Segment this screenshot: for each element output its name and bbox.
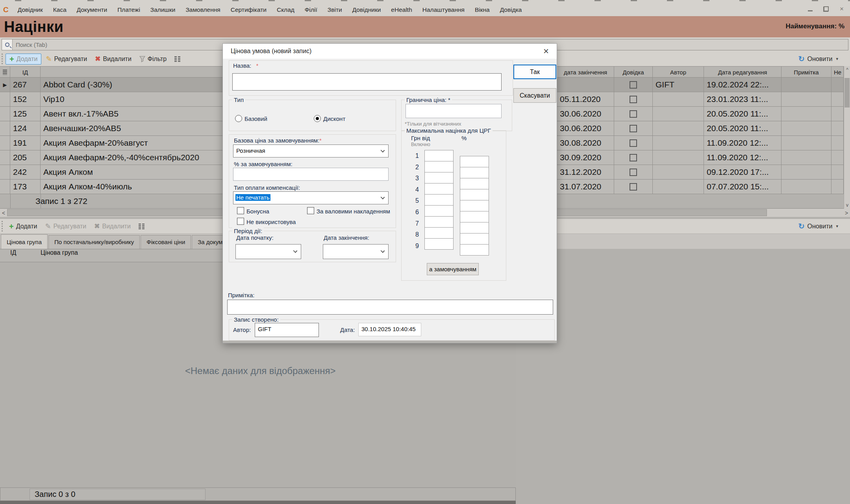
gross-checkbox-label: За валовими накладенням [317,208,395,215]
dovidka-checkbox[interactable] [630,154,637,161]
uah-input[interactable] [424,205,454,217]
uah-input[interactable] [424,150,454,161]
tab-fixed-prices[interactable]: Фіксовані ціни [141,235,191,249]
cancel-button[interactable]: Скасувати [513,88,556,103]
name-input[interactable] [232,73,502,91]
uah-input[interactable] [424,216,454,228]
row-indicator-header [0,249,10,262]
restore-button[interactable] [821,4,831,14]
name-label: Назва: * [233,62,258,69]
uah-input[interactable] [424,172,454,183]
menu-dovidnyky[interactable]: Довідники [347,5,386,15]
scroll-left-icon[interactable]: < [0,209,7,217]
menu-sertyfikaty[interactable]: Сертифікати [226,5,272,15]
delete-button[interactable]: ✖Видалити [91,53,135,65]
dovidka-checkbox[interactable] [630,139,637,147]
menu-ehealth[interactable]: eHealth [386,5,417,15]
column-header-group[interactable]: Цінова група [41,249,236,262]
refresh-button-top[interactable]: ↻Оновити▾ [798,54,838,63]
gross-checkbox[interactable] [307,207,314,214]
base-price-select[interactable]: Розничная [233,145,389,158]
radio-base[interactable] [235,115,242,122]
default-percent-input[interactable] [233,168,389,181]
percent-input[interactable] [460,178,489,189]
type-group: Тип Базовий Дисконт [229,100,396,131]
dovidka-checkbox[interactable] [630,183,637,191]
tab-price-group[interactable]: Цінова група [1,234,48,249]
column-header-id[interactable]: ІД [10,67,41,78]
uah-input[interactable] [424,183,454,195]
percent-input[interactable] [460,189,489,200]
percent-input[interactable] [460,222,489,233]
percent-input[interactable] [460,211,489,222]
filter-button[interactable]: Фільтр [136,54,170,64]
menu-bar: C Довідник Каса Документи Платежі Залишк… [0,3,850,16]
edit-button[interactable]: ✎Редагувати [42,53,91,65]
dovidka-checkbox[interactable] [630,169,637,176]
default-markup-button[interactable]: а замовчуванням [427,263,479,275]
ok-button[interactable]: Так [513,65,556,79]
compensation-select[interactable]: Не печатать [233,191,389,204]
sort-field-label: Найменування: % [785,22,844,30]
author-input[interactable]: GIFT [255,323,319,337]
percent-input[interactable] [460,244,489,256]
column-header-enddate[interactable]: дата закінчення [557,67,614,78]
vertical-scrollbar[interactable]: ^ v [844,66,850,209]
column-header-clipped[interactable]: Не [831,67,844,78]
vertical-scroll-thumb[interactable] [844,78,850,107]
percent-input[interactable] [460,233,489,245]
dialog-title-bar[interactable]: Цінова умова (новий запис) × [223,44,557,59]
start-date-select[interactable] [235,244,301,259]
scroll-up-icon[interactable]: ^ [844,66,850,73]
uah-input[interactable] [424,238,454,250]
tab-supplier[interactable]: По постачальнику/виробнику [48,235,140,249]
menu-zalyshky[interactable]: Залишки [145,5,181,15]
uah-input[interactable] [424,227,454,239]
percent-input[interactable] [460,156,489,167]
menu-kasa[interactable]: Каса [48,5,72,15]
required-asterisk: * [256,63,258,69]
scroll-right-icon[interactable]: > [843,209,850,217]
radio-discount[interactable] [314,115,321,122]
note-input[interactable] [227,300,553,315]
menu-dovidka[interactable]: Довідка [495,5,527,15]
dovidka-checkbox[interactable] [630,81,637,89]
menu-sklad[interactable]: Склад [272,5,300,15]
column-header-note[interactable]: Примітка [781,67,831,78]
menu-zamovlennia[interactable]: Замовлення [180,5,225,15]
add-button[interactable]: +Додати [6,54,41,65]
percent-input[interactable] [460,200,489,211]
scroll-down-icon[interactable]: v [844,202,850,209]
menu-platezhi[interactable]: Платежі [112,5,145,15]
menu-dokumenty[interactable]: Документи [72,5,112,15]
percent-input[interactable] [460,167,489,178]
menu-nalashtuvannia[interactable]: Налаштування [417,5,470,15]
dovidka-checkbox[interactable] [630,110,637,118]
column-header-editdate[interactable]: Дата редагування [704,67,781,78]
minimize-button[interactable] [805,4,815,14]
column-header-reference[interactable]: Довідка [614,67,653,78]
close-button[interactable]: × [837,4,847,14]
menu-filii[interactable]: Філії [300,5,322,15]
column-header-id-lower[interactable]: ІД [10,249,41,262]
uah-input[interactable] [424,161,454,172]
dialog-close-icon[interactable]: × [540,45,552,57]
unused-checkbox[interactable] [237,218,244,225]
limit-price-input[interactable] [406,104,502,118]
columns-button-lower[interactable] [135,222,148,231]
column-header-author[interactable]: Автор [653,67,704,78]
menu-vikna[interactable]: Вікна [470,5,495,15]
dovidka-checkbox[interactable] [630,96,637,103]
refresh-button-bottom[interactable]: ↻Оновити▾ [798,222,838,231]
end-date-select[interactable] [323,244,389,259]
add-button-lower[interactable]: +Додати [6,221,41,232]
columns-button[interactable] [171,55,184,63]
dovidka-checkbox[interactable] [630,125,637,132]
menu-zvity[interactable]: Звіти [322,5,347,15]
menu-dovidnyk[interactable]: Довідник [13,5,48,15]
created-date-input[interactable]: 30.10.2025 10:40:45 [358,323,421,336]
delete-button-lower[interactable]: ✖Видалити [91,220,134,232]
bonus-checkbox[interactable] [237,207,244,214]
uah-input[interactable] [424,194,454,206]
edit-button-lower[interactable]: ✎Редагувати [41,220,90,232]
